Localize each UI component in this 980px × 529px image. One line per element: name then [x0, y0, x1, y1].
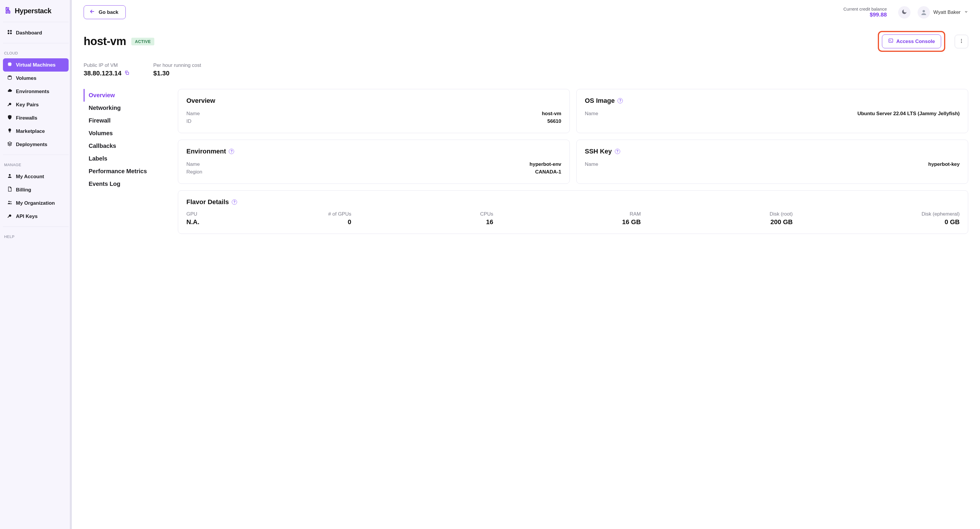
sidebar-item-billing[interactable]: Billing	[3, 183, 68, 196]
shield-icon	[7, 115, 13, 121]
card-title: Overview	[186, 97, 561, 105]
card-overview: Overview Namehost-vm ID56610	[178, 89, 570, 133]
page-title: host-vm	[84, 35, 126, 48]
title-row: host-vm ACTIVE Access Console	[84, 31, 968, 52]
access-console-button[interactable]: Access Console	[882, 35, 941, 48]
flavor-value: 16	[480, 218, 493, 226]
section-nav-networking[interactable]: Networking	[84, 102, 166, 114]
sidebar-item-my-account[interactable]: My Account	[3, 170, 68, 183]
card-title: OS Image	[585, 97, 614, 105]
svg-point-10	[923, 10, 925, 13]
sidebar-item-environments[interactable]: Environments	[3, 85, 68, 98]
flavor-label: GPU	[186, 211, 199, 217]
sidebar-item-my-organization[interactable]: My Organization	[3, 196, 68, 210]
env-name-label: Name	[186, 161, 200, 167]
svg-rect-2	[8, 33, 9, 34]
sidebar-item-dashboard[interactable]: Dashboard	[3, 26, 68, 40]
help-icon[interactable]: ?	[617, 98, 623, 104]
disk-icon	[7, 75, 13, 81]
env-name-value: hyperbot-env	[530, 161, 561, 167]
help-icon[interactable]: ?	[232, 199, 237, 205]
svg-rect-0	[8, 30, 9, 32]
sidebar-item-api-keys[interactable]: API Keys	[3, 210, 68, 223]
users-icon	[7, 200, 13, 207]
svg-point-13	[961, 40, 962, 41]
cost-label: Per hour running cost	[153, 62, 201, 69]
svg-point-12	[961, 39, 962, 40]
bulb-icon	[7, 128, 13, 135]
svg-point-7	[9, 174, 11, 176]
section-nav-events-log[interactable]: Events Log	[84, 178, 166, 190]
overview-id-label: ID	[186, 118, 191, 124]
help-icon[interactable]: ?	[615, 149, 620, 154]
section-nav-performance-metrics[interactable]: Performance Metrics	[84, 165, 166, 178]
more-actions-button[interactable]	[955, 35, 968, 48]
ssh-name-label: Name	[585, 161, 598, 167]
section-nav-labels[interactable]: Labels	[84, 152, 166, 165]
sidebar-item-label: Dashboard	[16, 30, 42, 36]
file-icon	[7, 186, 13, 193]
sidebar-item-virtual-machines[interactable]: Virtual Machines	[3, 58, 68, 72]
svg-point-14	[961, 42, 962, 43]
chevron-down-icon	[964, 10, 968, 15]
overview-name-label: Name	[186, 111, 200, 116]
section-label-manage: MANAGE	[3, 158, 68, 170]
help-icon[interactable]: ?	[229, 149, 234, 154]
go-back-button[interactable]: Go back	[84, 5, 126, 19]
card-title: Flavor Details	[186, 198, 229, 206]
theme-toggle-button[interactable]	[898, 6, 910, 19]
flavor-label: Disk (root)	[770, 211, 793, 217]
sidebar-item-label: My Organization	[16, 200, 55, 206]
public-ip-value: 38.80.123.14	[84, 70, 121, 77]
section-nav-volumes[interactable]: Volumes	[84, 127, 166, 140]
flavor-value: 0 GB	[922, 218, 960, 226]
flavor-label: RAM	[622, 211, 641, 217]
sidebar-item-key-pairs[interactable]: Key Pairs	[3, 98, 68, 112]
overview-id-value: 56610	[547, 118, 561, 124]
credit-balance: Current credit balance $99.88	[843, 6, 887, 18]
layers-icon	[7, 141, 13, 148]
os-name-label: Name	[585, 111, 598, 116]
env-region-label: Region	[186, 169, 202, 175]
overview-name-value: host-vm	[542, 111, 561, 116]
sidebar-item-label: Firewalls	[16, 115, 37, 121]
env-region-value: CANADA-1	[535, 169, 561, 175]
card-environment: Environment? Namehyperbot-env RegionCANA…	[178, 140, 570, 184]
topbar: Go back Current credit balance $99.88 Wy…	[84, 5, 968, 19]
section-nav-overview[interactable]: Overview	[84, 89, 166, 102]
section-nav-callbacks[interactable]: Callbacks	[84, 140, 166, 152]
sidebar-item-label: My Account	[16, 174, 44, 180]
key-icon	[7, 213, 13, 220]
kebab-icon	[959, 38, 964, 45]
sidebar-item-firewalls[interactable]: Firewalls	[3, 112, 68, 124]
key-icon	[7, 101, 13, 108]
go-back-label: Go back	[99, 10, 118, 15]
sidebar-item-marketplace[interactable]: Marketplace	[3, 124, 68, 138]
sidebar-item-deployments[interactable]: Deployments	[3, 138, 68, 151]
copy-ip-button[interactable]	[124, 70, 130, 77]
svg-rect-11	[889, 39, 893, 42]
status-badge: ACTIVE	[131, 38, 154, 45]
flavor-value: N.A.	[186, 218, 199, 226]
section-label-help: HELP	[3, 230, 68, 242]
section-nav-firewall[interactable]: Firewall	[84, 114, 166, 127]
avatar	[918, 6, 930, 19]
svg-rect-1	[10, 30, 12, 32]
os-name-value: Ubuntu Server 22.04 LTS (Jammy Jellyfish…	[858, 111, 960, 116]
arrow-left-icon	[89, 8, 95, 16]
flavor-value: 16 GB	[622, 218, 641, 226]
hyperstack-logo-icon	[4, 6, 12, 15]
user-icon	[7, 173, 13, 180]
ssh-name-value: hyperbot-key	[928, 161, 960, 167]
access-console-label: Access Console	[896, 38, 935, 45]
user-menu[interactable]: Wyatt Baker	[918, 6, 968, 19]
sidebar-item-label: Billing	[16, 187, 31, 193]
svg-point-9	[10, 201, 11, 202]
sidebar-item-volumes[interactable]: Volumes	[3, 72, 68, 85]
card-title: SSH Key	[585, 148, 612, 155]
sidebar-item-label: Virtual Machines	[16, 62, 56, 68]
card-os-image: OS Image? NameUbuntu Server 22.04 LTS (J…	[576, 89, 968, 133]
card-flavor-details: Flavor Details? GPUN.A. # of GPUs0 CPUs1…	[178, 190, 968, 234]
brand[interactable]: Hyperstack	[3, 3, 68, 22]
section-nav: Overview Networking Firewall Volumes Cal…	[84, 89, 166, 234]
